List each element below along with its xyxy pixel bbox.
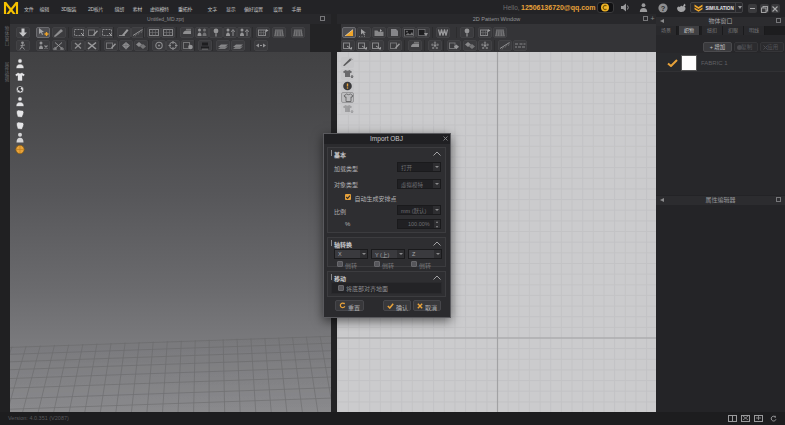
svg-text:?: ?: [661, 3, 666, 12]
